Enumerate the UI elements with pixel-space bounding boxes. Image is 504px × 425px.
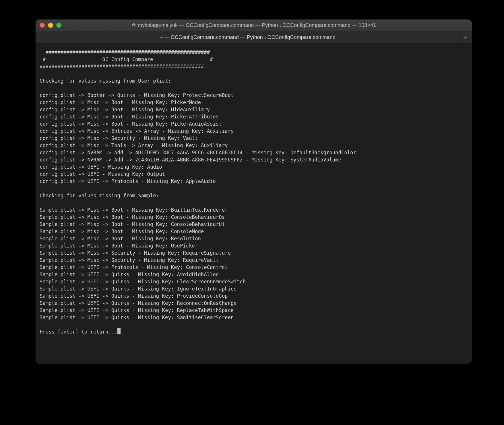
- user-lines-block: config.plist -> Booter -> Quirks - Missi…: [40, 92, 356, 184]
- banner-line: # OC Config Compare #: [40, 56, 213, 62]
- section-heading: Checking for values missing from User pl…: [40, 78, 171, 84]
- window-title-text: mykolagrymalyuk — OCConfigCompare.comman…: [138, 22, 376, 28]
- text-cursor: [117, 328, 121, 334]
- minimize-button[interactable]: [48, 23, 53, 28]
- tabbar: ~ — OCConfigCompare.command — Python ‹ O…: [36, 31, 472, 44]
- tab-active[interactable]: ~ — OCConfigCompare.command — Python ‹ O…: [36, 31, 460, 43]
- close-button[interactable]: [40, 23, 45, 28]
- prompt-text: Press [enter] to return...: [40, 329, 117, 335]
- plus-icon: +: [464, 34, 468, 41]
- titlebar: mykolagrymalyuk — OCConfigCompare.comman…: [36, 20, 472, 31]
- home-icon: [131, 22, 136, 28]
- terminal-window: mykolagrymalyuk — OCConfigCompare.comman…: [36, 20, 472, 364]
- new-tab-button[interactable]: +: [460, 31, 472, 43]
- sample-lines-block: Sample.plist -> Misc -> Boot - Missing K…: [40, 207, 246, 320]
- traffic-lights: [40, 23, 61, 28]
- terminal-viewport[interactable]: ########################################…: [36, 44, 472, 364]
- tab-label: ~ — OCConfigCompare.command — Python ‹ O…: [160, 34, 336, 40]
- prompt-line: Press [enter] to return...: [40, 329, 121, 335]
- banner-line: ########################################…: [40, 49, 210, 55]
- banner-line: ########################################…: [40, 64, 204, 69]
- section-heading: Checking for values missing from Sample:: [40, 193, 159, 198]
- terminal-output: ########################################…: [40, 49, 468, 336]
- window-title: mykolagrymalyuk — OCConfigCompare.comman…: [36, 22, 472, 28]
- zoom-button[interactable]: [56, 23, 61, 28]
